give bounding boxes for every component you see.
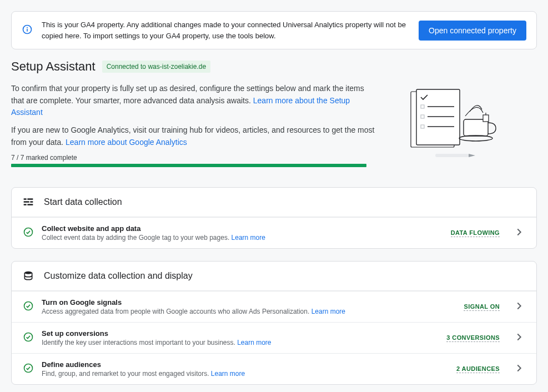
row-title: Turn on Google signals [42,298,456,306]
status-badge: DATA FLOWING [451,229,500,237]
svg-rect-20 [30,202,33,203]
learn-more-link[interactable]: Learn more [211,370,245,378]
page-heading-row: Setup Assistant Connected to was-ist-zoe… [11,59,537,74]
section-title: Start data collection [44,197,122,207]
chevron-right-icon[interactable] [513,226,525,240]
setup-illustration [400,83,505,164]
check-circle-icon [23,363,34,375]
row-body: Collect website and app data Collect eve… [42,224,443,242]
section-customize-data-collection: Customize data collection and display Tu… [11,261,537,385]
chevron-right-icon[interactable] [513,362,525,376]
section-title: Customize data collection and display [44,271,193,281]
svg-rect-22 [27,204,33,206]
learn-more-link[interactable]: Learn more [237,339,271,346]
info-banner: This is your GA4 property. Any additiona… [11,11,537,49]
check-circle-icon [23,227,34,239]
svg-rect-4 [416,89,460,145]
svg-rect-17 [24,199,27,200]
row-title: Collect website and app data [42,224,443,233]
svg-rect-13 [483,115,489,122]
page-title: Setup Assistant [11,59,95,74]
svg-marker-16 [469,154,475,157]
info-banner-text: This is your GA4 property. Any additiona… [42,19,410,41]
row-body: Set up conversions Identify the key user… [42,329,439,346]
svg-rect-19 [24,202,29,203]
connected-badge: Connected to was-ist-zoeliakie.de [102,61,210,73]
check-circle-icon [23,331,34,344]
row-title: Define audiences [42,360,449,369]
row-body: Define audiences Find, group, and remark… [42,360,449,378]
row-desc-text: Access aggregated data from people with … [42,308,311,315]
progress-label: 7 / 7 marked complete [11,154,378,162]
row-define-audiences[interactable]: Define audiences Find, group, and remark… [12,353,536,384]
row-desc: Access aggregated data from people with … [42,308,456,315]
row-body: Turn on Google signals Access aggregated… [42,298,456,315]
status-badge: SIGNAL ON [464,303,500,311]
row-google-signals[interactable]: Turn on Google signals Access aggregated… [12,291,536,322]
status-badge: 3 CONVERSIONS [446,334,500,342]
data-collection-icon [23,197,34,208]
intro-text-column: To confirm that your property is fully s… [11,83,378,183]
learn-more-link[interactable]: Learn more [232,234,265,242]
intro-section: To confirm that your property is fully s… [11,83,537,183]
check-circle-icon [23,300,34,313]
row-desc-text: Find, group, and remarket to your most e… [42,370,211,378]
info-icon [22,24,33,37]
svg-rect-15 [435,154,469,157]
learn-more-link[interactable]: Learn more [311,308,345,315]
chevron-right-icon[interactable] [513,300,525,314]
section-header: Customize data collection and display [12,262,536,291]
svg-point-24 [24,272,32,274]
learn-more-google-analytics-link[interactable]: Learn more about Google Analytics [66,138,187,147]
row-desc-text: Collect event data by adding the Google … [42,234,232,242]
section-header: Start data collection [12,188,536,217]
status-badge: 2 AUDIENCES [456,365,500,373]
row-desc: Identify the key user interactions most … [42,339,439,346]
row-desc: Find, group, and remarket to your most e… [42,370,449,378]
svg-rect-18 [27,199,33,200]
row-desc-text: Identify the key user interactions most … [42,339,237,346]
section-start-data-collection: Start data collection Collect website an… [11,187,537,249]
intro-paragraph-1: To confirm that your property is fully s… [11,83,378,119]
svg-rect-2 [27,29,28,32]
row-title: Set up conversions [42,329,439,338]
svg-rect-21 [24,204,27,206]
intro-paragraph-2: If you are new to Google Analytics, visi… [11,124,378,148]
progress-bar [11,164,366,167]
open-connected-property-button[interactable]: Open connected property [419,21,526,41]
chevron-right-icon[interactable] [513,331,525,345]
row-collect-website-app-data[interactable]: Collect website and app data Collect eve… [12,217,536,248]
row-set-up-conversions[interactable]: Set up conversions Identify the key user… [12,322,536,353]
database-icon [23,270,34,282]
row-desc: Collect event data by adding the Google … [42,234,443,242]
svg-point-1 [27,27,28,28]
